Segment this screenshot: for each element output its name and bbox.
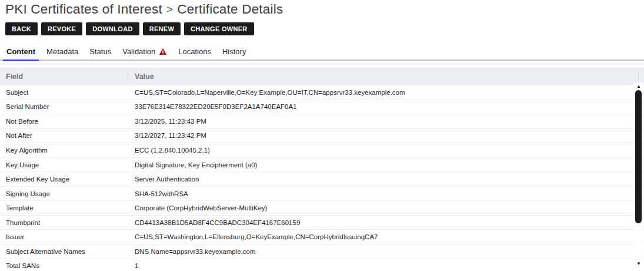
table-row-serial-number: Serial Number 33E76E314E78322ED20E5F0D3E… [0,100,644,115]
tab-content[interactable]: Content [3,44,39,61]
column-header-field: Field [0,72,128,81]
certificate-details-page: PKI Certificates of Interest>Certificate… [0,0,644,271]
field-value: 1 [128,262,644,269]
action-toolbar: BACK REVOKE DOWNLOAD RENEW CHANGE OWNER [5,22,644,35]
table-row-key-usage: Key Usage Digital Signature, Key Enciphe… [0,158,644,173]
field-label: Key Algorithm [0,147,128,154]
breadcrumb-section[interactable]: PKI Certificates of Interest [5,2,162,16]
table-row-template: Template Corporate (CorpHybridWebServer-… [0,201,644,216]
breadcrumb-current: Certificate Details [177,2,283,16]
certificate-details-table: Field Value Subject C=US,ST=Colorado,L=N… [0,68,644,271]
revoke-button[interactable]: REVOKE [41,22,82,35]
back-button[interactable]: BACK [5,22,38,35]
field-value: 33E76E314E78322ED20E5F0D3EF2A1A740EAF0A1 [128,103,644,110]
field-label: Subject [0,89,128,96]
table-row-not-before: Not Before 3/12/2025, 11:23:43 PM [0,114,644,129]
column-divider-right [638,72,639,81]
field-value: 3/12/2025, 11:23:43 PM [128,118,644,125]
field-label: Subject Alternative Names [0,248,128,255]
tab-locations[interactable]: Locations [175,44,215,61]
page-title: PKI Certificates of Interest>Certificate… [0,0,644,17]
table-row-extended-key-usage: Extended Key Usage Server Authentication [0,172,644,187]
table-row-total-sans: Total SANs 1 [0,259,644,271]
field-value: C=US,ST=Colorado,L=Naperville,O=Key Exam… [128,89,644,96]
renew-button[interactable]: RENEW [143,22,181,35]
table-row-not-after: Not After 3/12/2027, 11:23:42 PM [0,129,644,144]
field-label: Template [0,204,128,211]
scroll-up-icon[interactable]: ▲ [634,83,643,90]
field-value: ECC (1.2.840.10045.2.1) [128,147,644,154]
table-header: Field Value [0,68,644,85]
field-label: Not Before [0,118,128,125]
table-row-subject-alternative-names: Subject Alternative Names DNS Name=appsr… [0,244,644,259]
tab-metadata[interactable]: Metadata [43,44,82,61]
tab-bar: Content Metadata Status Validation Locat… [0,44,644,61]
table-row-issuer: Issuer C=US,ST=Washington,L=Ellensburg,O… [0,230,644,244]
table-row-thumbprint: Thumbprint CD4413A38B1D5AD8F4CC9BADC304E… [0,216,644,230]
field-label: Serial Number [0,103,128,110]
download-button[interactable]: DOWNLOAD [86,22,139,35]
field-label: Not After [0,132,128,139]
tab-history[interactable]: History [219,44,249,61]
field-value: DNS Name=appsrvr33.keyexample.com [128,248,644,255]
field-value: C=US,ST=Washington,L=Ellensburg,O=KeyExa… [128,233,644,240]
table-row-key-algorithm: Key Algorithm ECC (1.2.840.10045.2.1) [0,143,644,158]
field-label: Issuer [0,233,128,240]
scrollbar-thumb[interactable] [635,90,642,223]
table-row-signing-usage: Signing Usage SHA-512withRSA [0,187,644,201]
field-label: Signing Usage [0,190,128,197]
field-label: Key Usage [0,161,128,168]
field-value: CD4413A38B1D5AD8F4CC9BADC304EF4167E60159 [128,219,644,226]
column-divider [128,72,128,81]
tab-section-divider [0,64,644,64]
tab-status-label: Status [89,47,111,56]
tab-status[interactable]: Status [86,44,115,61]
scroll-down-icon[interactable]: ▼ [634,260,643,267]
tab-metadata-label: Metadata [46,47,78,56]
field-value: Server Authentication [128,176,644,183]
field-label: Total SANs [0,262,128,269]
tab-content-label: Content [6,47,35,56]
field-value: 3/12/2027, 11:23:42 PM [128,132,644,139]
field-label: Extended Key Usage [0,176,128,183]
column-header-value: Value [128,72,644,81]
warning-triangle-icon [159,48,167,55]
tab-validation-label: Validation [122,47,155,56]
field-label: Thumbprint [0,219,128,226]
field-value: Digital Signature, Key Encipherment (a0) [128,161,644,168]
change-owner-button[interactable]: CHANGE OWNER [184,22,254,35]
field-value: SHA-512withRSA [128,190,644,197]
breadcrumb-separator-icon: > [162,3,177,15]
field-value: Corporate (CorpHybridWebServer-MultiKey) [128,204,644,211]
tab-locations-label: Locations [178,47,211,56]
vertical-scrollbar[interactable]: ▲ ▼ [634,82,643,271]
tab-history-label: History [222,47,246,56]
table-row-subject: Subject C=US,ST=Colorado,L=Naperville,O=… [0,85,644,100]
tab-validation[interactable]: Validation [119,44,171,61]
